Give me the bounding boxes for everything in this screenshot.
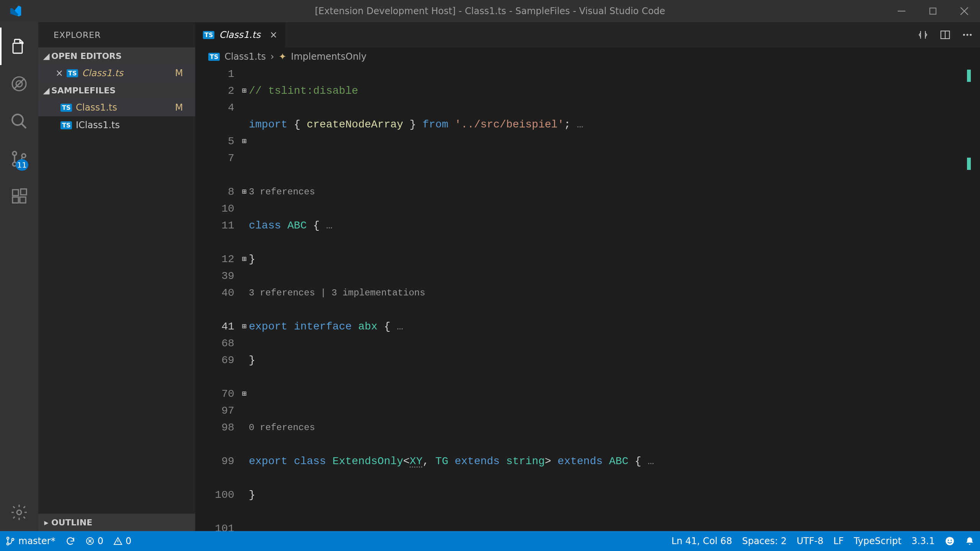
minimize-button[interactable] bbox=[886, 0, 917, 22]
activity-bar: 11 bbox=[0, 22, 38, 531]
svg-point-4 bbox=[12, 114, 23, 125]
language-status[interactable]: TypeScript bbox=[854, 536, 902, 546]
chevron-right-icon: › bbox=[270, 51, 274, 62]
indentation-status[interactable]: Spaces: 2 bbox=[742, 536, 787, 546]
settings-activity[interactable] bbox=[0, 494, 38, 531]
feedback-icon[interactable] bbox=[945, 536, 955, 546]
typescript-file-icon: TS bbox=[203, 31, 214, 39]
overview-ruler[interactable] bbox=[967, 66, 971, 531]
typescript-file-icon: TS bbox=[60, 104, 72, 112]
search-activity-disabled-icon[interactable] bbox=[0, 65, 38, 103]
sidebar: EXPLORER ◢ OPEN EDITORS × TS Class1.ts M… bbox=[38, 22, 195, 531]
breadcrumb-symbol[interactable]: ImplementsOnly bbox=[291, 51, 366, 62]
modified-indicator: M bbox=[175, 102, 183, 113]
chevron-down-icon: ◢ bbox=[41, 86, 51, 95]
notifications-icon[interactable] bbox=[965, 536, 975, 546]
codelens[interactable]: 0 references bbox=[249, 419, 980, 436]
fold-gutter: ⊞ ⊞ ⊞ ⊞ ⊞ ⊞ bbox=[240, 66, 249, 531]
close-tab-icon[interactable]: × bbox=[270, 29, 277, 40]
svg-rect-9 bbox=[13, 197, 18, 203]
svg-point-5 bbox=[13, 152, 16, 155]
ts-version-status[interactable]: 3.3.1 bbox=[911, 536, 935, 546]
extensions-activity[interactable] bbox=[0, 178, 38, 215]
svg-point-12 bbox=[17, 510, 21, 515]
scm-activity[interactable]: 11 bbox=[0, 140, 38, 178]
svg-point-16 bbox=[970, 34, 972, 36]
warnings-status[interactable]: 0 bbox=[113, 536, 131, 546]
svg-point-17 bbox=[7, 537, 9, 539]
vscode-logo-icon bbox=[9, 5, 22, 18]
breadcrumbs[interactable]: TS Class1.ts › ✦ ImplementsOnly bbox=[195, 47, 980, 66]
code-editor[interactable]: 1 2 4 5 7 8 10 11 12 39 40 41 68 69 70 bbox=[195, 66, 980, 531]
svg-rect-8 bbox=[13, 190, 18, 196]
split-editor-icon[interactable] bbox=[939, 29, 951, 41]
folder-header[interactable]: ◢ SAMPLEFILES bbox=[38, 82, 195, 99]
status-bar: master* 0 0 Ln 41, Col 68 Spaces: 2 UTF-… bbox=[0, 531, 980, 551]
svg-point-22 bbox=[948, 540, 949, 541]
tab-actions bbox=[917, 22, 980, 47]
tab-bar: TS Class1.ts × bbox=[195, 22, 980, 47]
maximize-button[interactable] bbox=[917, 0, 949, 22]
scm-badge: 11 bbox=[16, 159, 28, 171]
sidebar-title: EXPLORER bbox=[38, 22, 195, 47]
svg-rect-0 bbox=[930, 8, 936, 14]
typescript-file-icon: TS bbox=[60, 121, 72, 129]
fold-expand-icon[interactable]: ⊞ bbox=[240, 133, 249, 150]
close-icon[interactable]: × bbox=[52, 68, 67, 78]
chevron-right-icon: ▸ bbox=[41, 518, 51, 527]
codelens[interactable]: 3 references | 3 implementations bbox=[249, 285, 980, 302]
encoding-status[interactable]: UTF-8 bbox=[797, 536, 823, 546]
fold-expand-icon[interactable]: ⊞ bbox=[240, 251, 249, 268]
chevron-down-icon: ◢ bbox=[41, 51, 51, 61]
svg-point-23 bbox=[951, 540, 952, 541]
typescript-file-icon: TS bbox=[208, 53, 220, 61]
svg-rect-10 bbox=[20, 197, 26, 203]
line-number-gutter: 1 2 4 5 7 8 10 11 12 39 40 41 68 69 70 bbox=[195, 66, 240, 531]
svg-rect-1 bbox=[13, 43, 22, 53]
fold-expand-icon[interactable]: ⊞ bbox=[240, 386, 249, 403]
svg-point-14 bbox=[963, 34, 965, 36]
fold-expand-icon[interactable]: ⊞ bbox=[240, 184, 249, 201]
svg-rect-11 bbox=[21, 189, 26, 195]
eol-status[interactable]: LF bbox=[833, 536, 844, 546]
svg-point-15 bbox=[967, 34, 969, 36]
file-item-class1[interactable]: TS Class1.ts M bbox=[38, 99, 195, 116]
class-symbol-icon: ✦ bbox=[279, 51, 286, 62]
svg-point-7 bbox=[22, 154, 26, 158]
typescript-file-icon: TS bbox=[67, 69, 78, 77]
search-activity[interactable] bbox=[0, 103, 38, 140]
compare-icon[interactable] bbox=[917, 29, 929, 41]
window-title: [Extension Development Host] - Class1.ts… bbox=[0, 6, 980, 16]
more-icon[interactable] bbox=[962, 29, 973, 41]
svg-point-18 bbox=[7, 543, 9, 545]
svg-point-21 bbox=[946, 537, 954, 545]
fold-expand-icon[interactable]: ⊞ bbox=[240, 83, 249, 99]
explorer-activity[interactable] bbox=[0, 28, 38, 65]
open-editor-item[interactable]: × TS Class1.ts M bbox=[38, 64, 195, 82]
modified-indicator: M bbox=[175, 68, 183, 78]
outline-header[interactable]: ▸ OUTLINE bbox=[38, 514, 195, 531]
open-editors-header[interactable]: ◢ OPEN EDITORS bbox=[38, 47, 195, 64]
svg-point-19 bbox=[12, 538, 14, 540]
code-content[interactable]: // tslint:disable import { createNodeArr… bbox=[249, 66, 980, 531]
git-branch-status[interactable]: master* bbox=[5, 536, 56, 546]
breadcrumb-file[interactable]: Class1.ts bbox=[224, 51, 266, 62]
fold-expand-icon[interactable]: ⊞ bbox=[240, 318, 249, 335]
file-item-iclass1[interactable]: TS IClass1.ts bbox=[38, 116, 195, 134]
editor-group: TS Class1.ts × TS Class1.ts › ✦ Implemen… bbox=[195, 22, 980, 531]
cursor-position-status[interactable]: Ln 41, Col 68 bbox=[671, 536, 732, 546]
close-window-button[interactable] bbox=[949, 0, 980, 22]
errors-status[interactable]: 0 bbox=[85, 536, 103, 546]
title-bar: [Extension Development Host] - Class1.ts… bbox=[0, 0, 980, 22]
sync-status[interactable] bbox=[65, 536, 75, 546]
codelens[interactable]: 3 references bbox=[249, 184, 980, 201]
tab-class1[interactable]: TS Class1.ts × bbox=[195, 22, 286, 47]
